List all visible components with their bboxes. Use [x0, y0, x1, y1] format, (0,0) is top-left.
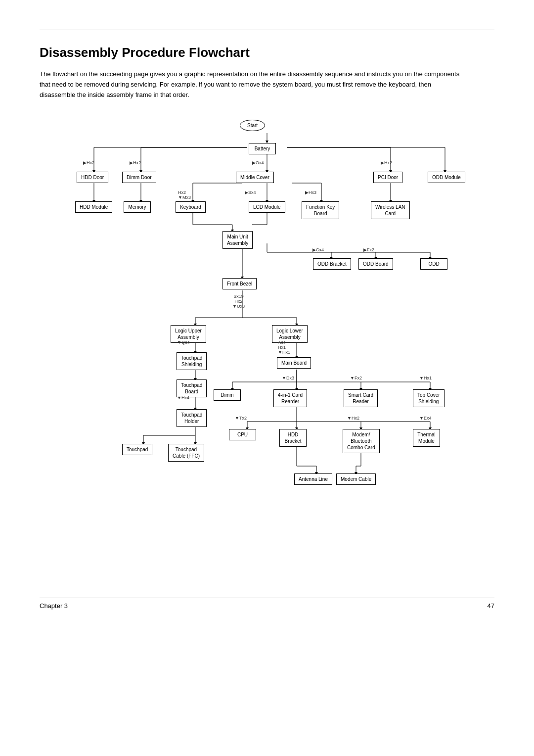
node-start: Start — [240, 120, 265, 131]
node-pci-door: PCI Door — [373, 172, 402, 183]
node-main-unit-assembly: Main Unit Assembly — [222, 231, 253, 249]
node-wireless-lan: Wireless LAN Card — [371, 201, 410, 219]
node-modem-cable: Modem Cable — [336, 473, 376, 485]
node-four-in-one: 4-in-1 Card Rearder — [273, 389, 307, 407]
node-hdd-bracket: HDD Bracket — [279, 429, 307, 447]
node-front-bezel: Front Bezel — [222, 278, 257, 289]
node-top-cover: Top Cover Shielding — [413, 389, 445, 407]
page-title: Disassembly Procedure Flowchart — [40, 45, 494, 60]
node-touchpad: Touchpad — [122, 444, 152, 455]
node-odd-bracket: ODD Bracket — [313, 258, 351, 270]
node-odd-module: ODD Module — [428, 172, 465, 183]
screw-sx19: Sx19Hx2▼Ux3 — [232, 294, 245, 309]
node-middle-cover: Middle Cover — [236, 172, 274, 183]
node-odd: ODD — [420, 258, 447, 270]
screw-cx4: ▶Cx4 — [312, 247, 324, 252]
node-main-board: Main Board — [277, 357, 311, 369]
flowchart: Start Battery ▶Hx2 ▶Hx2 ▶Ox4 ▶Hx2 HDD Do… — [54, 115, 480, 585]
node-hdd-module: HDD Module — [75, 201, 112, 213]
screw-dx3: ▼Dx3 — [282, 376, 294, 380]
footer-page-number: 47 — [488, 602, 494, 610]
screw-qx4: ▼Qx4 — [177, 340, 189, 345]
footer-chapter: Chapter 3 — [40, 602, 68, 610]
node-cpu: CPU — [229, 429, 256, 440]
node-memory: Memory — [124, 201, 151, 213]
screw-sx4: ▶Sx4 — [245, 190, 256, 195]
node-thermal-module: Thermal Module — [413, 429, 440, 447]
screw-hx2-3: ▶Hx2 — [381, 160, 392, 165]
screw-hx1-1: ▼Hx1 — [419, 376, 432, 380]
node-touchpad-holder: Touchpad Holder — [177, 409, 207, 427]
screw-hx4: ▼Hx4 — [177, 395, 189, 400]
screw-tx2: ▼Tx2 — [235, 416, 247, 421]
footer: Chapter 3 47 — [40, 598, 494, 610]
node-lcd-module: LCD Module — [249, 201, 285, 213]
screw-ex4: ▼Ex4 — [419, 416, 431, 421]
screw-fx2-2: ▼Fx2 — [350, 376, 362, 380]
description-text: The flowchart on the succeeding page giv… — [40, 69, 465, 100]
screw-ax4: Ax4Hx1▼Hx1 — [278, 340, 290, 355]
screw-hx3: ▶Hx3 — [305, 190, 316, 195]
node-dimm-door: Dimm Door — [122, 172, 156, 183]
screw-hx2-mx3: Hx2▼Mx3 — [178, 190, 191, 200]
node-keyboard: Keyboard — [176, 201, 206, 213]
node-antenna-line: Antenna Line — [294, 473, 332, 485]
node-hdd-door: HDD Door — [77, 172, 108, 183]
screw-hx2-1: ▶Hx2 — [83, 160, 94, 165]
node-touchpad-shielding: Touchpad Shielding — [177, 352, 207, 370]
screw-ox4: ▶Ox4 — [252, 160, 264, 165]
node-dimm: Dimm — [214, 389, 241, 401]
node-touchpad-board: Touchpad Board — [177, 379, 207, 397]
node-battery: Battery — [249, 143, 276, 154]
node-modem-bluetooth: Modem/ Bluetooth Combo Card — [343, 429, 380, 453]
node-function-key-board: Function Key Board — [302, 201, 339, 219]
node-smart-card: Smart Card Reader — [344, 389, 378, 407]
node-odd-board: ODD Board — [358, 258, 393, 270]
screw-fx2-1: ▶Fx2 — [363, 247, 374, 252]
screw-hx2-4: ▼Hx2 — [347, 416, 359, 421]
screw-hx2-2: ▶Hx2 — [130, 160, 141, 165]
node-touchpad-cable: Touchpad Cable (FFC) — [168, 444, 204, 462]
